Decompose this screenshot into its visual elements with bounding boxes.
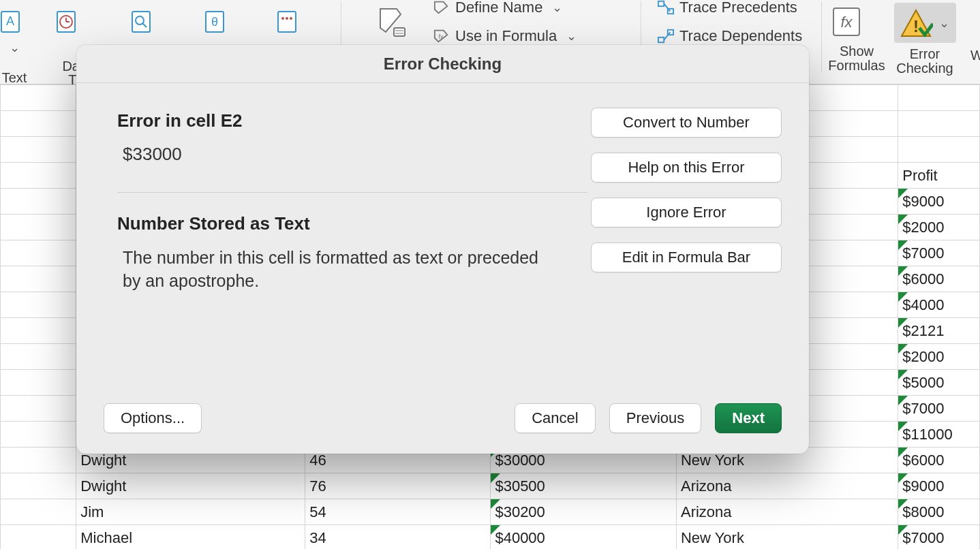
table-cell[interactable]: 34 bbox=[305, 525, 491, 550]
name-manager-button[interactable] bbox=[375, 3, 409, 40]
table-cell[interactable]: Jim bbox=[76, 499, 305, 525]
define-name-label: Define Name bbox=[455, 0, 542, 16]
table-cell[interactable]: $40000 bbox=[491, 525, 677, 550]
table-cell[interactable]: $6000 bbox=[898, 448, 980, 473]
math-trig-button[interactable]: θ bbox=[198, 3, 232, 40]
svg-text:θ: θ bbox=[211, 15, 218, 29]
table-cell[interactable]: $6000 bbox=[898, 266, 980, 292]
table-cell[interactable]: $7000 bbox=[898, 396, 980, 422]
svg-point-13 bbox=[286, 17, 288, 20]
date-time-button[interactable] bbox=[49, 3, 83, 40]
error-checking-button[interactable]: ! bbox=[897, 4, 935, 42]
table-cell[interactable]: $9000 bbox=[898, 189, 980, 215]
table-cell[interactable]: New York bbox=[676, 525, 898, 550]
options-button[interactable]: Options... bbox=[104, 403, 202, 433]
trace-dependents-icon bbox=[658, 28, 674, 44]
svg-point-14 bbox=[290, 17, 292, 20]
svg-text:!: ! bbox=[913, 17, 919, 35]
use-in-formula-button[interactable]: fx Use in Formula ⌄ bbox=[433, 27, 581, 45]
trace-precedents-label: Trace Precedents bbox=[679, 0, 797, 16]
edit-in-formula-bar-button[interactable]: Edit in Formula Bar bbox=[591, 242, 782, 272]
show-formulas-button[interactable]: fx bbox=[826, 3, 867, 40]
table-row[interactable]: Jim 54 $30200 Arizona $8000 bbox=[1, 499, 980, 525]
table-cell[interactable]: 76 bbox=[305, 473, 491, 499]
table-cell[interactable]: $2000 bbox=[898, 344, 980, 370]
trace-precedents-icon bbox=[658, 0, 674, 16]
table-cell[interactable]: $9000 bbox=[898, 473, 980, 499]
table-row[interactable]: Dwight 76 $30500 Arizona $9000 bbox=[1, 473, 980, 499]
trace-dependents-button[interactable]: Trace Dependents bbox=[658, 27, 802, 45]
table-cell[interactable]: $8000 bbox=[898, 499, 980, 525]
chevron-down-icon[interactable]: ⌄ bbox=[562, 29, 581, 44]
more-functions-button[interactable] bbox=[270, 3, 304, 40]
convert-to-number-button[interactable]: Convert to Number bbox=[591, 108, 782, 138]
error-checking-label: Error Checking bbox=[891, 47, 958, 76]
table-row[interactable]: Michael 34 $40000 New York $7000 bbox=[1, 525, 980, 550]
svg-rect-15 bbox=[394, 28, 405, 36]
table-cell[interactable]: $11000 bbox=[898, 422, 980, 448]
define-name-button[interactable]: Define Name ⌄ bbox=[433, 0, 566, 16]
svg-text:fx: fx bbox=[840, 14, 853, 31]
text-functions-button[interactable]: A bbox=[0, 3, 27, 40]
svg-rect-19 bbox=[658, 1, 664, 6]
table-cell[interactable]: Arizona bbox=[676, 499, 898, 525]
table-cell[interactable]: Arizona bbox=[676, 473, 898, 499]
text-functions-label: Text bbox=[0, 70, 38, 86]
table-cell[interactable]: 54 bbox=[305, 499, 491, 525]
profit-header-cell[interactable]: Profit bbox=[898, 163, 980, 189]
dialog-titlebar: Error Checking bbox=[76, 45, 809, 83]
error-description: The number in this cell is formatted as … bbox=[123, 247, 545, 293]
divider bbox=[117, 192, 587, 193]
use-in-formula-icon: fx bbox=[433, 28, 450, 44]
svg-rect-11 bbox=[278, 12, 296, 32]
define-name-icon bbox=[433, 0, 450, 16]
show-formulas-label: Show Formulas bbox=[826, 44, 887, 73]
chevron-down-icon[interactable]: ⌄ bbox=[5, 40, 24, 55]
table-cell[interactable]: $5000 bbox=[898, 370, 980, 396]
table-cell[interactable]: $4000 bbox=[898, 292, 980, 318]
lookup-reference-button[interactable] bbox=[124, 3, 158, 40]
table-cell[interactable]: $2121 bbox=[898, 318, 980, 344]
svg-rect-6 bbox=[132, 12, 150, 32]
table-cell[interactable]: Dwight bbox=[76, 473, 305, 499]
watch-window-partial: W bbox=[970, 48, 980, 63]
dialog-title: Error Checking bbox=[384, 54, 502, 74]
error-checking-dialog: Error Checking Error in cell E2 $33000 N… bbox=[76, 45, 809, 454]
table-cell[interactable]: $30500 bbox=[491, 473, 677, 499]
previous-button[interactable]: Previous bbox=[609, 403, 702, 433]
chevron-down-icon[interactable]: ⌄ bbox=[935, 16, 953, 31]
ignore-error-button[interactable]: Ignore Error bbox=[591, 198, 782, 228]
svg-point-12 bbox=[281, 17, 284, 20]
cancel-button[interactable]: Cancel bbox=[515, 403, 595, 433]
table-cell[interactable]: $2000 bbox=[898, 215, 980, 240]
trace-dependents-label: Trace Dependents bbox=[679, 27, 802, 45]
use-in-formula-label: Use in Formula bbox=[455, 27, 557, 45]
chevron-down-icon[interactable]: ⌄ bbox=[548, 0, 566, 15]
table-cell[interactable]: $7000 bbox=[898, 240, 980, 266]
next-button[interactable]: Next bbox=[715, 403, 782, 433]
trace-precedents-button[interactable]: Trace Precedents bbox=[658, 0, 797, 16]
svg-text:A: A bbox=[6, 14, 14, 28]
svg-rect-22 bbox=[658, 37, 664, 42]
table-cell[interactable]: Michael bbox=[76, 525, 305, 550]
help-on-error-button[interactable]: Help on this Error bbox=[591, 153, 782, 183]
table-cell[interactable]: $7000 bbox=[898, 525, 980, 550]
svg-text:fx: fx bbox=[438, 33, 444, 40]
table-cell[interactable]: $30200 bbox=[491, 499, 677, 525]
